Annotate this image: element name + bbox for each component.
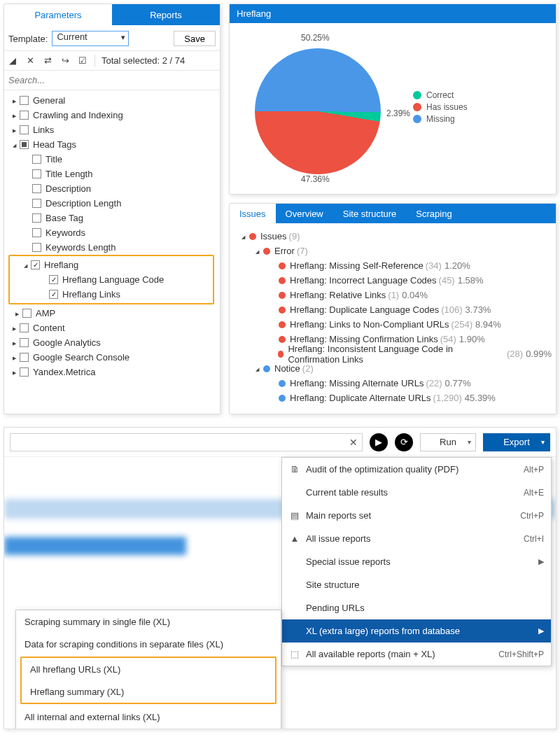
submenu-unique-urls[interactable]: All unique URLs & anchors (XL) [16,728,281,729]
menu-special-issues[interactable]: Special issue reports▶ [282,550,551,573]
template-label: Template: [8,34,48,44]
issue-row[interactable]: Hreflang: Duplicate Language Codes (106)… [234,302,552,317]
tree-item-yandex[interactable]: Yandex.Metrica [7,365,217,379]
menu-current-table[interactable]: Current table resultsAlt+E [282,481,551,504]
issue-row[interactable]: Hreflang: Missing Self-Reference (34) 1.… [234,258,552,273]
tab-overview[interactable]: Overview [276,204,333,223]
pdf-icon: 🗎 [288,464,302,475]
chart-title: Hreflang [230,4,556,23]
export-menu: 🗎Audit of the optimization quality (PDF)… [281,457,552,666]
xl-submenu: Scraping summary in single file (XL) Dat… [15,610,281,729]
issue-row[interactable]: Hreflang: Duplicate Alternate URLs (1,29… [234,391,552,405]
export-button[interactable]: Export [483,433,550,451]
pct-correct: 2.39% [386,108,410,118]
issues-tabs: Issues Overview Site structure Scraping [230,204,556,223]
top-bar: ✕ ▶ ⟳ Run Export [4,428,556,457]
pct-hasissues: 47.36% [301,174,330,184]
tab-scraping[interactable]: Scraping [406,204,461,223]
legend-missing: Missing [413,114,468,124]
menu-pending-urls[interactable]: Pending URLs [282,596,551,619]
tree-item-gsc[interactable]: Google Search Console [7,350,217,365]
menu-site-structure[interactable]: Site structure [282,573,551,596]
stack-icon: ▤ [288,510,302,521]
collapse-icon[interactable]: ✕ [24,55,36,66]
template-select[interactable]: Current [52,31,129,46]
swap-icon[interactable]: ⇄ [42,55,53,66]
tree-item-keywords[interactable]: Keywords [7,225,217,240]
issue-row[interactable]: Error (7) [234,244,552,258]
issues-panel: Issues Overview Site structure Scraping … [229,203,556,414]
issue-row[interactable]: Hreflang: Incorrect Language Codes (45) … [234,273,552,288]
issue-row[interactable]: Issues (9) [234,229,552,244]
eraser-icon[interactable]: ◢ [7,55,18,66]
menu-audit[interactable]: 🗎Audit of the optimization quality (PDF)… [282,458,551,481]
left-tabs: Parameters Reports [4,4,220,25]
play-button[interactable]: ▶ [370,433,388,451]
highlight-hreflang-submenu: All hreflang URLs (XL) Hreflang summary … [20,657,276,704]
tree-item-hreflang-lang[interactable]: Hreflang Language Code [10,272,213,287]
chart-legend: Correct Has issues Missing [413,88,468,126]
save-button[interactable]: Save [174,31,216,46]
check-all-icon[interactable]: ☑ [77,55,88,66]
address-bar[interactable]: ✕ [10,433,363,451]
tree-item-head-tags[interactable]: Head Tags [7,137,217,152]
menu-xl-reports[interactable]: XL (extra large) reports from database▶ [282,619,551,643]
parameters-tree: General Crawling and Indexing Links Head… [4,90,220,386]
tree-item-base-tag[interactable]: Base Tag [7,211,217,225]
tree-item-description-length[interactable]: Description Length [7,196,217,211]
pie-chart: 50.25% 2.39% 47.36% [238,30,399,184]
toolbar-separator [94,55,95,67]
pct-missing: 50.25% [301,33,330,43]
redo-icon[interactable]: ↪ [59,55,71,66]
tab-issues[interactable]: Issues [230,204,276,223]
menu-all-available[interactable]: ⬚All available reports (main + XL)Ctrl+S… [282,643,551,666]
search-input[interactable] [8,73,216,87]
params-toolbar: ◢ ✕ ⇄ ↪ ☑ Total selected: 2 / 74 [4,51,220,71]
bottom-panel: ✕ ▶ ⟳ Run Export 🗎Audit of the optimizat… [4,427,556,729]
tree-item-hreflang[interactable]: Hreflang [10,258,213,272]
tree-item-title-length[interactable]: Title Length [7,167,217,181]
tab-reports[interactable]: Reports [112,4,220,25]
tree-item-amp[interactable]: AMP [7,306,217,321]
issue-row[interactable]: Hreflang: Inconsistent Language Code in … [234,346,552,361]
submenu-scraping-separate[interactable]: Data for scraping conditions in separate… [16,633,281,655]
legend-correct: Correct [413,90,468,100]
menu-all-issues[interactable]: ▲All issue reportsCtrl+I [282,527,551,550]
menu-main-reports[interactable]: ▤Main reports setCtrl+P [282,504,551,527]
refresh-button[interactable]: ⟳ [395,433,413,451]
highlight-hreflang: Hreflang Hreflang Language Code Hreflang… [8,255,214,304]
tree-item-ga[interactable]: Google Analytics [7,335,217,350]
issue-row[interactable]: Hreflang: Missing Alternate URLs (22) 0.… [234,376,552,391]
issue-row[interactable]: Hreflang: Relative Links (1) 0.04% [234,288,552,302]
tree-item-title[interactable]: Title [7,152,217,167]
legend-has-issues: Has issues [413,102,468,112]
tree-item-keywords-length[interactable]: Keywords Length [7,240,217,255]
submenu-scraping-summary[interactable]: Scraping summary in single file (XL) [16,610,281,633]
tab-parameters[interactable]: Parameters [4,4,112,25]
chart-panel: Hreflang 50.25% 2.39% 47.36% Correct Has… [229,3,556,195]
box-icon: ⬚ [288,649,302,659]
parameters-panel: Parameters Reports Template: Current Sav… [4,3,220,414]
issue-row[interactable]: Hreflang: Links to Non-Compliant URLs (2… [234,317,552,332]
total-selected-label: Total selected: 2 / 74 [102,55,185,66]
tab-site-structure[interactable]: Site structure [333,204,407,223]
tree-item-description[interactable]: Description [7,181,217,196]
clear-icon[interactable]: ✕ [349,437,358,448]
tree-item-general[interactable]: General [7,93,217,108]
tree-item-links[interactable]: Links [7,122,217,137]
run-button[interactable]: Run [420,433,476,451]
submenu-all-links[interactable]: All internal and external links (XL) [16,706,281,728]
tree-item-content[interactable]: Content [7,321,217,335]
tree-item-crawling[interactable]: Crawling and Indexing [7,108,217,122]
submenu-all-hreflang[interactable]: All hreflang URLs (XL) [22,658,275,680]
warning-icon: ▲ [288,533,302,544]
template-row: Template: Current Save [4,25,220,51]
tree-item-hreflang-links[interactable]: Hreflang Links [10,287,213,302]
submenu-hreflang-summary[interactable]: Hreflang summary (XL) [22,680,275,703]
